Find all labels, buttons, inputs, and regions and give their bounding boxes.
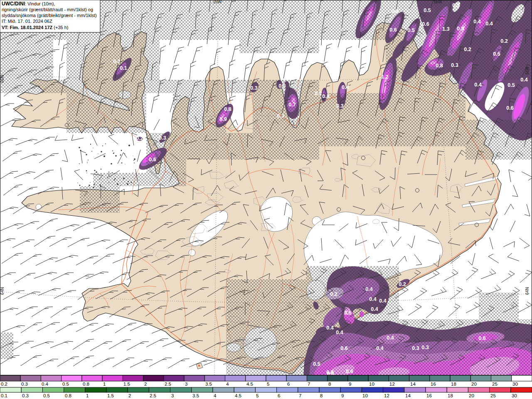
- svg-text:0.8: 0.8: [224, 106, 231, 112]
- svg-text:0.6: 0.6: [346, 369, 353, 374]
- svg-text:0.2: 0.2: [315, 91, 322, 96]
- svg-text:0.2: 0.2: [464, 47, 471, 52]
- svg-text:0.3: 0.3: [451, 62, 458, 68]
- svg-text:16: 16: [426, 393, 432, 398]
- svg-text:UWC/DINI: Vindur (10m),: UWC/DINI: Vindur (10m),: [2, 1, 55, 7]
- svg-text:16: 16: [431, 382, 436, 387]
- svg-text:0.7: 0.7: [288, 102, 296, 108]
- svg-text:0.4: 0.4: [387, 335, 394, 341]
- svg-text:20W: 20W: [213, 0, 222, 4]
- svg-text:0.2: 0.2: [330, 291, 337, 297]
- svg-text:0.5: 0.5: [313, 361, 320, 367]
- svg-text:0.5: 0.5: [43, 393, 50, 398]
- svg-text:slydda/snjókoma (grátt/bleikt/: slydda/snjókoma (grátt/bleikt/grænt - mm…: [2, 13, 97, 18]
- svg-text:0.6: 0.6: [149, 157, 156, 163]
- svg-text:4.5: 4.5: [246, 382, 253, 387]
- svg-text:3: 3: [171, 393, 174, 398]
- svg-text:0.4: 0.4: [391, 8, 398, 14]
- svg-text:3.5: 3.5: [205, 382, 212, 387]
- svg-text:0.5: 0.5: [62, 382, 69, 387]
- svg-text:0.5: 0.5: [493, 51, 500, 57]
- svg-text:IT: Mið. 17. 01. 2024 06Z: IT: Mið. 17. 01. 2024 06Z: [2, 19, 52, 24]
- svg-text:0.4: 0.4: [485, 21, 493, 27]
- svg-text:0.5: 0.5: [424, 7, 431, 13]
- svg-text:10: 10: [369, 382, 374, 387]
- svg-text:9: 9: [349, 382, 351, 387]
- svg-text:0.4: 0.4: [42, 382, 49, 387]
- svg-text:0.2: 0.2: [399, 281, 406, 287]
- svg-text:0.3: 0.3: [21, 382, 28, 387]
- svg-text:12: 12: [384, 393, 389, 398]
- svg-text:66N: 66N: [525, 67, 530, 74]
- svg-text:2: 2: [144, 382, 147, 387]
- svg-text:0.5: 0.5: [344, 310, 351, 316]
- svg-text:0.4: 0.4: [371, 306, 378, 312]
- svg-text:0.3: 0.3: [159, 135, 166, 141]
- svg-text:0.4: 0.4: [376, 345, 383, 351]
- svg-text:4: 4: [214, 393, 217, 398]
- svg-text:5: 5: [256, 393, 259, 398]
- svg-text:66N: 66N: [0, 75, 5, 83]
- svg-text:0.4: 0.4: [474, 82, 481, 88]
- svg-text:0.8: 0.8: [65, 393, 71, 398]
- svg-text:7: 7: [308, 382, 310, 387]
- svg-text:1.2: 1.2: [381, 74, 388, 80]
- svg-text:0.6: 0.6: [389, 27, 397, 33]
- svg-text:8: 8: [328, 382, 331, 387]
- svg-text:4: 4: [226, 382, 229, 387]
- svg-text:0.2: 0.2: [113, 59, 120, 64]
- svg-text:4.5: 4.5: [235, 393, 241, 398]
- svg-text:1.5: 1.5: [107, 393, 114, 398]
- svg-text:14: 14: [410, 382, 416, 387]
- svg-text:0.4: 0.4: [336, 330, 343, 335]
- svg-text:1: 1: [103, 382, 106, 387]
- svg-text:8: 8: [320, 393, 323, 398]
- svg-text:6: 6: [287, 382, 290, 387]
- svg-text:2.5: 2.5: [165, 382, 171, 387]
- svg-text:0.4: 0.4: [342, 84, 349, 90]
- svg-text:25: 25: [490, 393, 496, 398]
- svg-text:0.6: 0.6: [340, 345, 347, 351]
- svg-text:14: 14: [405, 393, 411, 398]
- svg-text:0.4: 0.4: [365, 286, 372, 292]
- svg-text:3.5: 3.5: [192, 393, 199, 398]
- svg-text:12: 12: [389, 382, 395, 387]
- svg-text:9: 9: [341, 393, 344, 398]
- svg-text:0.1: 0.1: [120, 65, 127, 71]
- svg-text:0.3: 0.3: [250, 85, 257, 91]
- svg-text:1: 1: [86, 393, 89, 398]
- svg-text:0.2: 0.2: [500, 38, 507, 44]
- svg-text:30: 30: [512, 393, 517, 398]
- svg-text:0.2: 0.2: [136, 135, 143, 141]
- svg-text:1.5: 1.5: [123, 382, 130, 387]
- svg-text:rigning/skúrir (grænt/blátt/ra: rigning/skúrir (grænt/blátt/rautt - mm/1…: [2, 7, 93, 12]
- svg-text:0.8: 0.8: [436, 63, 443, 69]
- svg-text:25: 25: [492, 382, 498, 387]
- svg-text:0.4: 0.4: [379, 298, 386, 304]
- svg-text:0.3: 0.3: [278, 83, 286, 89]
- svg-text:0.4: 0.4: [326, 325, 333, 331]
- svg-text:0.3: 0.3: [452, 2, 459, 8]
- svg-text:18: 18: [448, 393, 453, 398]
- svg-text:1.3: 1.3: [442, 26, 449, 32]
- svg-text:0.6: 0.6: [478, 335, 485, 341]
- svg-text:5: 5: [267, 382, 269, 387]
- svg-text:0.2: 0.2: [1, 382, 7, 387]
- svg-text:0.4: 0.4: [322, 94, 329, 99]
- svg-text:0.5: 0.5: [507, 82, 515, 88]
- svg-text:64N: 64N: [0, 287, 5, 295]
- svg-text:VT: Fim. 18.01.2024 17Z (+35 h: VT: Fim. 18.01.2024 17Z (+35 h): [2, 25, 69, 30]
- svg-text:0.5: 0.5: [407, 27, 414, 33]
- svg-text:0.9: 0.9: [219, 116, 227, 122]
- svg-text:64N: 64N: [525, 287, 530, 295]
- svg-text:10: 10: [362, 393, 368, 398]
- svg-text:0.4: 0.4: [369, 296, 376, 302]
- svg-text:20: 20: [469, 393, 474, 398]
- svg-text:0.9: 0.9: [457, 26, 464, 32]
- svg-text:0.1: 0.1: [1, 393, 7, 398]
- svg-text:15W: 15W: [433, 0, 442, 4]
- svg-text:2: 2: [128, 393, 131, 398]
- svg-text:3: 3: [185, 382, 187, 387]
- svg-text:0.6: 0.6: [422, 21, 429, 27]
- svg-text:30: 30: [512, 382, 518, 387]
